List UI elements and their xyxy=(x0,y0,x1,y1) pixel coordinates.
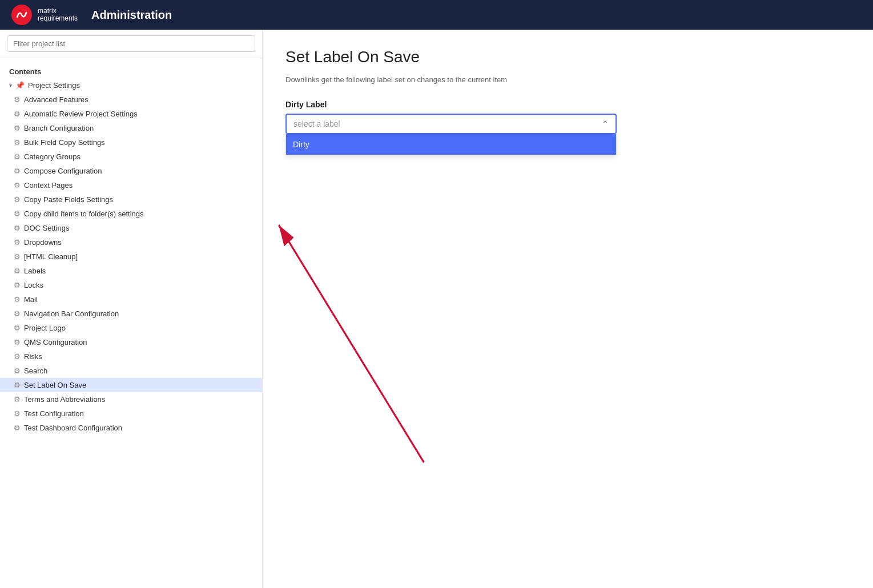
page-header-title: Administration xyxy=(91,9,172,22)
gear-icon: ⚙ xyxy=(14,409,21,418)
contents-label: Contents xyxy=(0,63,262,78)
sidebar-item-label: Advanced Features xyxy=(24,95,88,104)
sidebar-content: Contents ▾ 📌 Project Settings ⚙Advanced … xyxy=(0,58,262,588)
sidebar-item-label: Mail xyxy=(24,295,38,304)
sidebar-item-label: Dropdowns xyxy=(24,238,62,247)
svg-line-2 xyxy=(279,225,424,462)
gear-icon: ⚙ xyxy=(14,152,21,161)
sidebar-item-test-dashboard-configuration[interactable]: ⚙Test Dashboard Configuration xyxy=(0,421,262,435)
dirty-label-section: Dirty Label select a label ⌃ Dirty xyxy=(285,100,850,134)
gear-icon: ⚙ xyxy=(14,95,21,104)
page-title: Set Label On Save xyxy=(285,48,850,66)
gear-icon: ⚙ xyxy=(14,181,21,190)
gear-icon: ⚙ xyxy=(14,124,21,132)
top-navigation: matrix requirements Administration xyxy=(0,0,873,30)
gear-icon: ⚙ xyxy=(14,424,21,432)
sidebar-item-navigation-bar[interactable]: ⚙Navigation Bar Configuration xyxy=(0,307,262,321)
sidebar-item-label: Search xyxy=(24,367,47,375)
gear-icon: ⚙ xyxy=(14,324,21,332)
sidebar-item-category-groups[interactable]: ⚙Category Groups xyxy=(0,150,262,164)
sidebar-item-risks[interactable]: ⚙Risks xyxy=(0,349,262,364)
gear-icon: ⚙ xyxy=(14,281,21,289)
sidebar-item-label: Risks xyxy=(24,352,42,361)
sidebar-item-doc-settings[interactable]: ⚙DOC Settings xyxy=(0,221,262,235)
tree-items-list: ⚙Advanced Features⚙Automatic Review Proj… xyxy=(0,92,262,435)
gear-icon: ⚙ xyxy=(14,210,21,218)
label-dropdown-wrapper: select a label ⌃ Dirty xyxy=(285,114,617,134)
chevron-up-icon: ⌃ xyxy=(602,119,609,128)
tree-section-project-settings[interactable]: ▾ 📌 Project Settings xyxy=(0,78,262,92)
main-layout: Contents ▾ 📌 Project Settings ⚙Advanced … xyxy=(0,30,873,588)
sidebar-item-label: Branch Configuration xyxy=(24,124,94,132)
sidebar-item-dropdowns[interactable]: ⚙Dropdowns xyxy=(0,235,262,249)
sidebar-item-compose-configuration[interactable]: ⚙Compose Configuration xyxy=(0,164,262,178)
sidebar-item-label: Project Logo xyxy=(24,324,66,332)
main-content: Set Label On Save Downlinks get the foll… xyxy=(263,30,873,588)
sidebar-item-label: Category Groups xyxy=(24,152,81,161)
sidebar-item-label: Set Label On Save xyxy=(24,381,86,389)
sidebar-item-label: Bulk Field Copy Settings xyxy=(24,138,105,147)
sidebar-item-terms-and-abbreviations[interactable]: ⚙Terms and Abbreviations xyxy=(0,392,262,406)
sidebar-item-label: Compose Configuration xyxy=(24,167,102,175)
gear-icon: ⚙ xyxy=(14,295,21,304)
sidebar-item-advanced-features[interactable]: ⚙Advanced Features xyxy=(0,92,262,107)
gear-icon: ⚙ xyxy=(14,252,21,261)
sidebar-item-mail[interactable]: ⚙Mail xyxy=(0,292,262,307)
sidebar-item-branch-configuration[interactable]: ⚙Branch Configuration xyxy=(0,121,262,135)
sidebar-item-label: Labels xyxy=(24,267,46,275)
pin-icon: 📌 xyxy=(15,81,25,90)
sidebar-item-copy-paste-fields[interactable]: ⚙Copy Paste Fields Settings xyxy=(0,192,262,207)
project-settings-label: Project Settings xyxy=(28,81,80,90)
logo[interactable]: matrix requirements xyxy=(11,5,78,25)
sidebar-item-label: Locks xyxy=(24,281,43,289)
gear-icon: ⚙ xyxy=(14,224,21,232)
matrix-logo-icon xyxy=(11,5,32,25)
sidebar-item-automatic-review[interactable]: ⚙Automatic Review Project Settings xyxy=(0,107,262,121)
sidebar-item-search[interactable]: ⚙Search xyxy=(0,364,262,378)
gear-icon: ⚙ xyxy=(14,138,21,147)
sidebar-item-qms-configuration[interactable]: ⚙QMS Configuration xyxy=(0,335,262,349)
filter-input[interactable] xyxy=(7,35,255,52)
dirty-label-label: Dirty Label xyxy=(285,100,850,109)
sidebar-item-label: QMS Configuration xyxy=(24,338,87,347)
gear-icon: ⚙ xyxy=(14,167,21,175)
chevron-down-icon: ▾ xyxy=(9,82,12,88)
dropdown-placeholder: select a label xyxy=(293,119,340,128)
sidebar-item-label: Context Pages xyxy=(24,181,73,190)
sidebar-item-locks[interactable]: ⚙Locks xyxy=(0,278,262,292)
dropdown-option-dirty[interactable]: Dirty xyxy=(286,134,616,155)
gear-icon: ⚙ xyxy=(14,309,21,318)
gear-icon: ⚙ xyxy=(14,367,21,375)
label-dropdown-trigger[interactable]: select a label ⌃ xyxy=(285,114,617,134)
sidebar-item-labels[interactable]: ⚙Labels xyxy=(0,264,262,278)
sidebar-item-label: Copy Paste Fields Settings xyxy=(24,195,113,204)
dropdown-menu: Dirty xyxy=(285,134,617,155)
sidebar-item-bulk-field-copy[interactable]: ⚙Bulk Field Copy Settings xyxy=(0,135,262,150)
gear-icon: ⚙ xyxy=(14,338,21,347)
sidebar-item-label: Test Configuration xyxy=(24,409,84,418)
sidebar-item-html-cleanup[interactable]: ⚙[HTML Cleanup] xyxy=(0,249,262,264)
sidebar-item-context-pages[interactable]: ⚙Context Pages xyxy=(0,178,262,192)
sidebar-item-label: [HTML Cleanup] xyxy=(24,252,78,261)
sidebar-item-label: Navigation Bar Configuration xyxy=(24,309,119,318)
sidebar-item-label: Test Dashboard Configuration xyxy=(24,424,122,432)
sidebar-item-project-logo[interactable]: ⚙Project Logo xyxy=(0,321,262,335)
gear-icon: ⚙ xyxy=(14,267,21,275)
filter-section xyxy=(0,30,262,58)
sidebar-item-label: DOC Settings xyxy=(24,224,69,232)
sidebar-item-test-configuration[interactable]: ⚙Test Configuration xyxy=(0,406,262,421)
sidebar-item-label: Terms and Abbreviations xyxy=(24,395,105,404)
gear-icon: ⚙ xyxy=(14,352,21,361)
gear-icon: ⚙ xyxy=(14,195,21,204)
sidebar: Contents ▾ 📌 Project Settings ⚙Advanced … xyxy=(0,30,263,588)
gear-icon: ⚙ xyxy=(14,381,21,389)
logo-text: matrix requirements xyxy=(38,7,78,22)
page-subtitle: Downlinks get the following label set on… xyxy=(285,75,850,84)
gear-icon: ⚙ xyxy=(14,395,21,404)
sidebar-item-label: Copy child items to folder(s) settings xyxy=(24,210,144,218)
sidebar-item-set-label-on-save[interactable]: ⚙Set Label On Save xyxy=(0,378,262,392)
sidebar-item-copy-child-items[interactable]: ⚙Copy child items to folder(s) settings xyxy=(0,207,262,221)
gear-icon: ⚙ xyxy=(14,238,21,247)
sidebar-item-label: Automatic Review Project Settings xyxy=(24,110,138,118)
gear-icon: ⚙ xyxy=(14,110,21,118)
